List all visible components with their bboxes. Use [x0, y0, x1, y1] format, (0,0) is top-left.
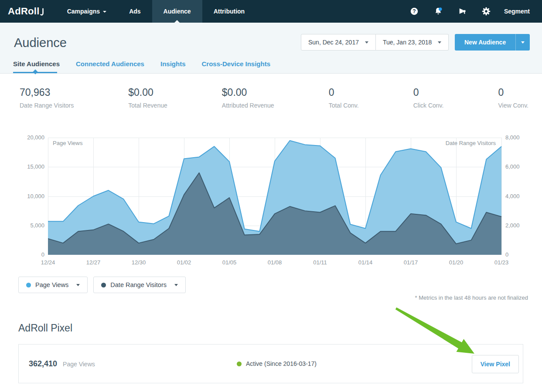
stat-total-revenue: $0.00 Total Revenue	[128, 87, 167, 109]
announcements-megaphone-icon[interactable]	[450, 7, 474, 16]
end-date-select[interactable]: Tue, Jan 23, 2018	[376, 34, 449, 51]
notifications-bell-icon[interactable]	[426, 7, 450, 16]
y-axis-tick: 10,000	[27, 193, 44, 199]
audience-page: { "nav": { "logo": "AdRoll", "items": [ …	[0, 0, 542, 392]
start-date-select[interactable]: Sun, Dec 24, 2017	[301, 34, 376, 51]
nav-item-attribution[interactable]: Attribution	[202, 0, 256, 23]
x-axis-tick: 01/02	[177, 259, 191, 266]
audience-trend-chart: 05,00010,00015,00020,000 02,0004,0006,00…	[20, 136, 532, 271]
metrics-footnote: * Metrics in the last 48 hours are not f…	[415, 294, 528, 301]
y-axis-tick: 5,000	[30, 222, 44, 229]
legend-date-range-visitors-dropdown[interactable]: Date Range Visitors	[93, 277, 186, 293]
y-axis-right: 02,0004,0006,0008,000	[505, 138, 532, 255]
nav-item-label: Attribution	[214, 8, 245, 15]
x-axis: 12/2412/2712/3001/0201/0501/0801/1101/14…	[20, 259, 532, 267]
pixel-page-views: 362,410 Page Views	[29, 359, 95, 368]
end-date-value: Tue, Jan 23, 2018	[383, 39, 432, 46]
stat-attributed-revenue: $0.00 Attributed Revenue	[222, 87, 274, 109]
summary-stats-row: 70,963 Date Range Visitors $0.00 Total R…	[20, 87, 528, 109]
date-range-picker: Sun, Dec 24, 2017 Tue, Jan 23, 2018	[301, 34, 449, 51]
adroll-pixel-section-title: AdRoll Pixel	[18, 322, 72, 334]
stat-date-range-visitors: 70,963 Date Range Visitors	[20, 87, 74, 109]
nav-item-audience[interactable]: Audience	[152, 0, 202, 23]
chevron-down-icon	[76, 284, 80, 286]
active-tab-indicator	[13, 72, 57, 73]
chevron-down-icon	[103, 11, 106, 13]
y-axis-tick: 0	[41, 251, 44, 258]
page-header: Audience Sun, Dec 24, 2017 Tue, Jan 23, …	[0, 23, 542, 74]
stat-view-conv: 0 View Conv.	[498, 87, 528, 109]
chevron-down-icon	[521, 41, 525, 44]
status-badge: Active (Since 2016-03-17)	[246, 360, 317, 367]
x-axis-tick: 12/27	[86, 259, 101, 266]
date-range-visitors-dot-icon	[101, 283, 106, 287]
x-axis-tick: 01/14	[358, 259, 373, 266]
x-axis-tick: 01/08	[268, 259, 282, 266]
nav-item-label: Ads	[129, 8, 140, 15]
x-axis-tick: 01/20	[449, 259, 464, 266]
chevron-down-icon	[174, 284, 178, 286]
tab-site-audiences[interactable]: Site Audiences	[13, 60, 60, 68]
stat-label: Total Conv.	[329, 102, 359, 109]
start-date-value: Sun, Dec 24, 2017	[308, 39, 359, 46]
nav-item-campaigns[interactable]: Campaigns	[56, 0, 118, 23]
x-axis-tick: 01/23	[494, 259, 509, 266]
stat-label: Date Range Visitors	[20, 102, 74, 109]
page-views-dot-icon	[26, 283, 31, 287]
stat-value: 0	[413, 87, 444, 98]
tab-cross-device-insights[interactable]: Cross-Device Insights	[201, 60, 270, 68]
stat-label: Click Conv.	[413, 102, 444, 109]
nav-item-ads[interactable]: Ads	[118, 0, 152, 23]
right-axis-title: Date Range Visitors	[20, 140, 496, 146]
y-axis-tick: 0	[505, 251, 508, 258]
settings-gear-icon[interactable]	[474, 7, 498, 16]
new-audience-button[interactable]: New Audience	[455, 34, 515, 51]
y-axis-tick: 2,000	[505, 222, 520, 229]
y-axis-tick: 15,000	[27, 163, 44, 170]
new-audience-dropdown-button[interactable]	[515, 34, 530, 51]
annotation-arrow-shape	[395, 308, 474, 354]
adroll-logo[interactable]: AdRoll	[0, 0, 56, 23]
audience-tabs: Site Audiences Connected Audiences Insig…	[13, 60, 270, 68]
legend-label: Page Views	[35, 281, 68, 288]
legend-page-views-dropdown[interactable]: Page Views	[18, 277, 88, 293]
tab-insights[interactable]: Insights	[160, 60, 186, 68]
nav-item-segment[interactable]: Segment	[498, 8, 536, 15]
pixel-page-views-label: Page Views	[63, 361, 95, 368]
nav-right-group: ?	[402, 0, 542, 23]
x-axis-tick: 01/17	[404, 259, 418, 266]
chart-legend: Page Views Date Range Visitors	[18, 277, 186, 293]
notification-dot	[439, 7, 442, 11]
x-axis-tick: 01/11	[313, 259, 327, 266]
x-axis-tick: 12/24	[41, 259, 55, 266]
stat-total-conv: 0 Total Conv.	[329, 87, 359, 109]
adroll-logo-hook	[40, 7, 44, 17]
annotation-arrow	[390, 305, 482, 359]
y-axis-tick: 4,000	[505, 193, 520, 199]
stat-value: 70,963	[20, 87, 74, 98]
stat-label: View Conv.	[498, 102, 528, 109]
x-axis-tick: 01/05	[222, 259, 237, 266]
stat-value: $0.00	[128, 87, 167, 98]
stat-value: 0	[329, 87, 359, 98]
tab-connected-audiences[interactable]: Connected Audiences	[76, 60, 144, 68]
svg-text:?: ?	[412, 8, 416, 14]
y-axis-tick: 8,000	[505, 134, 520, 141]
x-axis-tick: 12/30	[132, 259, 146, 266]
stat-label: Attributed Revenue	[222, 102, 274, 109]
stat-value: 0	[498, 87, 528, 98]
help-icon[interactable]: ?	[402, 7, 426, 16]
chevron-down-icon	[438, 41, 441, 44]
page-title: Audience	[14, 36, 67, 50]
new-audience-split-button: New Audience	[455, 34, 530, 51]
nav-item-label: Audience	[164, 8, 191, 15]
stat-label: Total Revenue	[128, 102, 167, 109]
stat-click-conv: 0 Click Conv.	[413, 87, 444, 109]
chart-plot	[48, 138, 502, 255]
adroll-logo-text: AdRoll	[8, 6, 40, 17]
stat-value: $0.00	[222, 87, 274, 98]
chevron-down-icon	[365, 41, 368, 44]
legend-label: Date Range Visitors	[110, 281, 167, 288]
status-active-dot-icon	[237, 362, 242, 366]
y-axis-left: 05,00010,00015,00020,000	[20, 138, 44, 255]
